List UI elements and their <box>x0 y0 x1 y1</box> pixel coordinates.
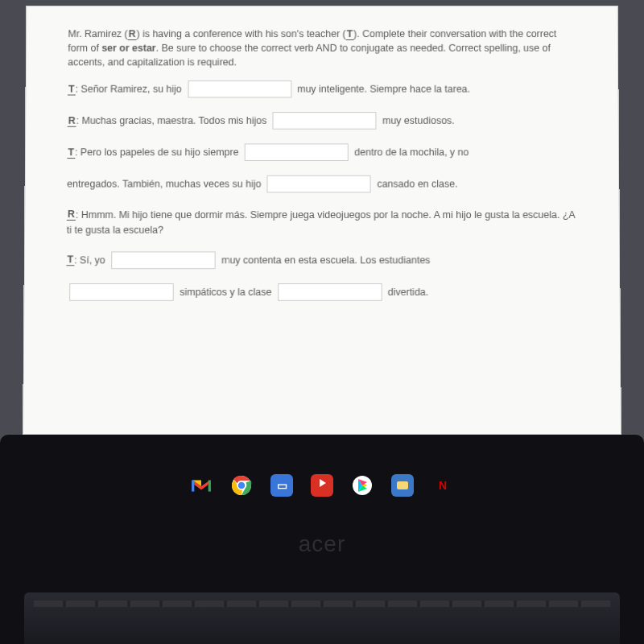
speaker-r: R <box>67 208 76 221</box>
answer-input-7[interactable] <box>278 283 382 301</box>
dialog-text: muy inteligente. Siempre hace la tarea. <box>295 84 470 95</box>
chrome-icon[interactable] <box>230 474 253 497</box>
keyboard-edge <box>24 592 620 644</box>
docs-app-icon[interactable]: ▭ <box>270 474 293 497</box>
dialog-text: cansado en clase. <box>374 179 458 190</box>
files-app-icon[interactable] <box>391 474 414 497</box>
answer-input-4[interactable] <box>267 175 371 193</box>
dialog-text: divertida. <box>385 287 428 298</box>
dialog-text: : Señor Ramirez, su hijo <box>75 84 184 95</box>
role-t: T <box>346 28 354 40</box>
worksheet-document: Mr. Ramirez (R) is having a conference w… <box>23 6 621 435</box>
speaker-t: T <box>68 83 76 95</box>
answer-input-6[interactable] <box>69 283 174 301</box>
speaker-t: T <box>66 254 74 266</box>
gmail-icon[interactable] <box>190 474 213 497</box>
laptop-brand-label: acer <box>0 531 644 557</box>
dialog-line-2: R: Muchas gracias, maestra. Todos mis hi… <box>68 112 577 130</box>
dialog-text: : Sí, yo <box>74 254 108 266</box>
dialog-line-4: entregados. También, muchas veces su hij… <box>67 175 577 193</box>
answer-input-2[interactable] <box>273 112 377 130</box>
youtube-icon[interactable] <box>311 474 333 497</box>
dialog-line-5: R: Hmmm. Mi hijo tiene que dormir más. S… <box>67 208 578 237</box>
dialog-line-7: simpáticos y la clase divertida. <box>66 283 578 301</box>
dialog-text: muy estudiosos. <box>380 115 455 126</box>
answer-input-3[interactable] <box>245 144 349 162</box>
instr-bold: ser or estar <box>101 43 155 54</box>
dialog-text: : Hmmm. Mi hijo tiene que dormir más. Si… <box>67 209 575 235</box>
instructions-block: Mr. Ramirez (R) is having a conference w… <box>68 27 576 69</box>
dialog-line-6: T: Sí, yo muy contenta en esta escuela. … <box>66 251 577 269</box>
play-store-icon[interactable] <box>351 474 374 497</box>
speaker-r: R <box>68 115 76 127</box>
laptop-bezel: ▭ N acer <box>0 435 644 644</box>
answer-input-5[interactable] <box>111 251 215 269</box>
dialog-text: : Pero los papeles de su hijo siempre <box>75 147 242 159</box>
instr-text: ) is having a conference with his son's … <box>137 28 346 39</box>
dialog-text: dentro de la mochila, y no <box>352 147 469 159</box>
svg-rect-1 <box>208 481 211 492</box>
role-r: R <box>128 28 137 40</box>
svg-rect-0 <box>192 481 194 492</box>
answer-input-1[interactable] <box>188 80 291 98</box>
speaker-t: T <box>67 147 75 159</box>
dialog-text: : Muchas gracias, maestra. Todos mis hij… <box>76 115 270 126</box>
dialog-line-1: T: Señor Ramirez, su hijo muy inteligent… <box>68 80 576 98</box>
dialog-text: entregados. También, muchas veces su hij… <box>67 179 264 190</box>
chromeos-shelf: ▭ N <box>0 467 644 504</box>
dialog-line-3: T: Pero los papeles de su hijo siempre d… <box>67 144 576 162</box>
netflix-icon[interactable]: N <box>431 474 454 497</box>
instr-text: Mr. Ramirez ( <box>68 28 127 39</box>
dialog-text: muy contenta en esta escuela. Los estudi… <box>219 254 431 266</box>
dialog-text: simpáticos y la clase <box>177 287 275 298</box>
